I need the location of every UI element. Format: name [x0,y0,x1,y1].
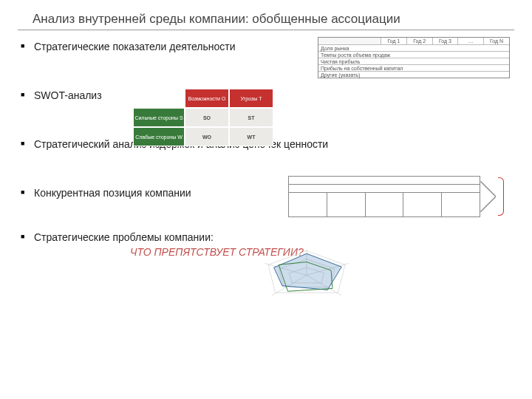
radar-chart [244,244,369,307]
table-header: … [457,38,483,44]
table-header: Год 3 [432,38,458,44]
swot-cell-st: ST [229,108,273,127]
table-row: Темпы роста объема продаж [318,51,509,58]
swot-header-t: Угрозы T [229,89,273,108]
vc-cell [403,193,441,217]
table-row: Другие (указать) [318,71,509,78]
page-title: Анализ внутренней среды компании: обобще… [18,12,514,30]
vc-cell [327,193,365,217]
swot-cell-wo: WO [185,127,229,146]
swot-matrix: Возможности O Угрозы T Сильные стороны S… [133,89,273,146]
indicators-table: Год 1 Год 2 Год 3 … Год N Доля рынка Тем… [318,37,510,78]
table-header: Год 1 [381,38,406,44]
swot-cell-wt: WT [229,127,273,146]
swot-header-s: Сильные стороны S [133,108,185,127]
table-header: Год 2 [406,38,432,44]
swot-header-w: Слабые стороны W [133,127,185,146]
arrow-icon [480,182,495,211]
bullet-text: SWOT-анализ [34,89,102,101]
table-row: Прибыль на собственный капитал [318,64,509,71]
table-row: Чистая прибыль [318,58,509,64]
swot-header-o: Возможности O [185,89,229,108]
table-row: Доля рынка [318,44,509,51]
bullet-text: Стратегические показатели деятельности [34,41,236,52]
value-chain-diagram [288,176,510,220]
swot-blank [133,89,185,108]
table-header [318,38,381,44]
vc-cell [289,193,327,217]
bullet-text: Стратегические проблемы компании: [34,231,214,243]
vc-cell [365,193,403,217]
bullet-text: Конкурентная позиция компании [34,187,191,199]
vc-cell [441,193,480,217]
table-header: Год N [483,38,509,44]
table-header-row: Год 1 Год 2 Год 3 … Год N [318,38,509,44]
swot-cell-so: SO [185,108,229,127]
brace-icon [498,177,504,216]
